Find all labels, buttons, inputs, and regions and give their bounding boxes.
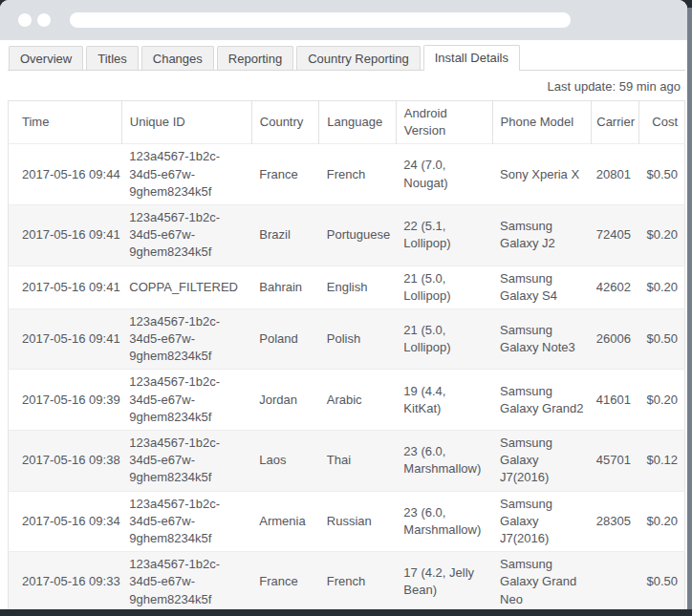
cell-cost: $0.50 [638,308,684,370]
cell-android: 22 (5.1, Lollipop) [396,204,492,266]
table-row: 2017-05-16 09:38123a4567-1b2c-34d5-e67w-… [9,431,685,492]
cell-country: Laos [251,431,318,492]
browser-chrome-bar [0,0,687,40]
cell-time: 2017-05-16 09:39 [9,370,122,431]
cell-carrier: 72405 [592,204,638,266]
column-header-android: Android Version [396,101,492,144]
cell-cost: $0.20 [638,491,684,552]
cell-phone: Samsung Galaxy Grand2 [492,370,592,431]
tab-country-reporting[interactable]: Country Reporting [296,46,421,70]
window-dot-icon [18,13,32,27]
install-details-table: TimeUnique IDCountryLanguageAndroid Vers… [8,100,685,609]
column-header-carrier: Carrier [592,101,638,144]
cell-country: Brazil [251,204,318,266]
cell-lang: French [319,144,397,205]
cell-lang: Arabic [319,370,397,431]
table-row: 2017-05-16 09:34123a4567-1b2c-34d5-e67w-… [9,491,685,552]
cell-cost: $0.20 [638,266,684,308]
cell-phone: Samsung Galaxy Note3 [492,308,592,370]
cell-phone: Samsung Galaxy J7(2016) [492,491,592,552]
cell-phone: Sony Xperia X [492,144,592,205]
cell-carrier: 26006 [592,308,638,370]
cell-lang: Portuguese [319,204,397,266]
cell-phone: Samsung Galaxy S4 [492,266,592,308]
cell-carrier: 28305 [592,491,638,552]
tab-install-details[interactable]: Install Details [423,45,520,71]
cell-android: 17 (4.2, Jelly Bean) [396,552,492,609]
column-header-country: Country [251,101,318,144]
table-row: 2017-05-16 09:33123a4567-1b2c-34d5-e67w-… [9,552,685,609]
cell-cost: $0.12 [638,431,684,492]
cell-cost: $0.50 [638,552,684,609]
cell-country: Bahrain [251,266,318,308]
cell-country: Armenia [251,491,318,552]
cell-country: Poland [251,308,318,370]
cell-carrier [592,552,638,609]
browser-window: OverviewTitlesChangesReportingCountry Re… [0,0,687,609]
cell-time: 2017-05-16 09:38 [9,431,122,492]
cell-phone: Samsung Galaxy J2 [492,204,592,266]
cell-lang: Polish [319,308,397,370]
cell-country: France [251,144,318,205]
cell-android: 23 (6.0, Marshmallow) [396,431,492,492]
cell-phone: Samsung Galaxy J7(2016) [492,431,592,492]
cell-time: 2017-05-16 09:44 [9,144,122,205]
cell-uid: 123a4567-1b2c-34d5-e67w-9ghem8234k5f [121,491,251,552]
cell-uid: COPPA_FILTERED [121,266,251,308]
cell-uid: 123a4567-1b2c-34d5-e67w-9ghem8234k5f [121,370,251,431]
table-row: 2017-05-16 09:39123a4567-1b2c-34d5-e67w-… [9,370,685,431]
table-row: 2017-05-16 09:41123a4567-1b2c-34d5-e67w-… [9,308,685,370]
column-header-lang: Language [319,101,397,144]
window-dot-icon [37,13,51,27]
tab-reporting[interactable]: Reporting [217,46,293,70]
page-frame: OverviewTitlesChangesReportingCountry Re… [0,0,692,616]
cell-time: 2017-05-16 09:34 [9,491,122,552]
cell-carrier: 20801 [592,144,638,205]
column-header-uid: Unique ID [121,101,251,144]
table-row: 2017-05-16 09:44123a4567-1b2c-34d5-e67w-… [9,144,685,205]
tab-overview[interactable]: Overview [9,46,83,70]
cell-carrier: 41601 [592,370,638,431]
cell-android: 23 (6.0, Marshmallow) [396,491,492,552]
cell-uid: 123a4567-1b2c-34d5-e67w-9ghem8234k5f [121,308,251,370]
cell-carrier: 42602 [592,266,638,308]
cell-uid: 123a4567-1b2c-34d5-e67w-9ghem8234k5f [121,204,251,266]
column-header-cost: Cost [638,101,684,144]
column-header-phone: Phone Model [492,101,592,144]
table-header-row: TimeUnique IDCountryLanguageAndroid Vers… [9,101,685,144]
cell-uid: 123a4567-1b2c-34d5-e67w-9ghem8234k5f [121,431,251,492]
page-content: OverviewTitlesChangesReportingCountry Re… [0,40,687,609]
cell-android: 21 (5.0, Lollipop) [396,308,492,370]
cell-time: 2017-05-16 09:41 [9,266,122,308]
cell-lang: French [319,552,397,609]
cell-time: 2017-05-16 09:41 [9,308,122,370]
url-bar[interactable] [70,12,571,28]
cell-carrier: 45701 [592,431,638,492]
cell-lang: English [319,266,397,308]
cell-time: 2017-05-16 09:41 [9,204,122,266]
cell-cost: $0.50 [638,144,684,205]
cell-time: 2017-05-16 09:33 [9,552,122,609]
cell-lang: Thai [319,431,397,492]
last-update-text: Last update: 59 min ago [8,71,685,100]
cell-cost: $0.20 [638,204,684,266]
cell-cost: $0.20 [638,370,684,431]
cell-android: 24 (7.0, Nougat) [396,144,492,205]
table-row: 2017-05-16 09:41123a4567-1b2c-34d5-e67w-… [9,204,685,266]
cell-phone: Samsung Galaxy Grand Neo [492,552,592,609]
cell-country: Jordan [251,370,318,431]
cell-country: France [251,552,318,609]
tab-bar: OverviewTitlesChangesReportingCountry Re… [8,45,685,71]
tab-titles[interactable]: Titles [86,46,139,70]
table-row: 2017-05-16 09:41COPPA_FILTEREDBahrainEng… [9,266,685,308]
cell-uid: 123a4567-1b2c-34d5-e67w-9ghem8234k5f [121,144,251,205]
cell-uid: 123a4567-1b2c-34d5-e67w-9ghem8234k5f [121,552,251,609]
frame-shadow [687,8,692,609]
cell-android: 21 (5.0, Lollipop) [396,266,492,308]
cell-lang: Russian [319,491,397,552]
column-header-time: Time [9,101,122,144]
cell-android: 19 (4.4, KitKat) [396,370,492,431]
tab-changes[interactable]: Changes [141,46,214,70]
